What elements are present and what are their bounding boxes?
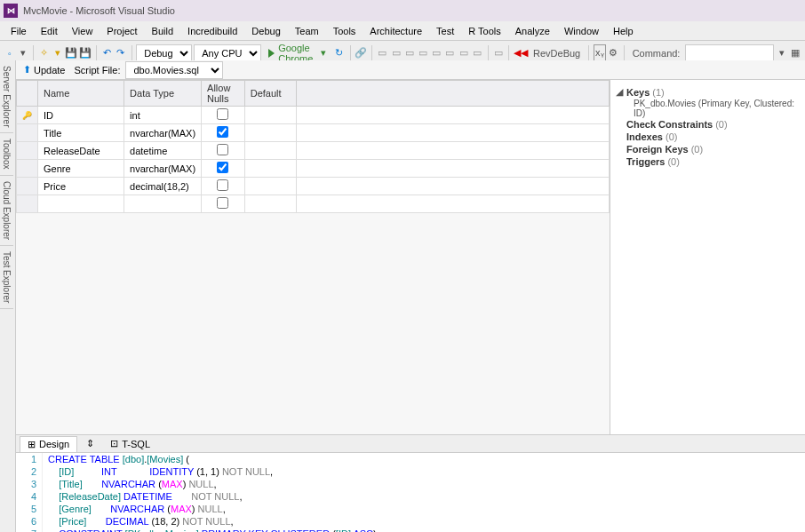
- toolbar-icon[interactable]: ▭: [458, 44, 469, 62]
- menu-window[interactable]: Window: [557, 23, 606, 39]
- open-file-icon[interactable]: ▾: [52, 44, 63, 62]
- menu-help[interactable]: Help: [606, 23, 641, 39]
- update-arrow-icon: ⬆: [23, 64, 31, 75]
- refresh-icon[interactable]: ↻: [333, 44, 345, 62]
- menu-team[interactable]: Team: [288, 23, 326, 39]
- script-toolbar: ⬆ Update Script File: dbo.Movies.sql: [16, 60, 805, 80]
- grid-header-row: Name Data Type Allow Nulls Default: [17, 81, 610, 86]
- xpath-icon[interactable]: xᵧ: [594, 44, 606, 62]
- menu-view[interactable]: View: [65, 23, 100, 39]
- col-header-default[interactable]: Default: [244, 81, 296, 86]
- scriptfile-select[interactable]: dbo.Movies.sql: [125, 61, 223, 79]
- toolbar-separator: [488, 45, 489, 61]
- menu-file[interactable]: File: [4, 23, 34, 39]
- undo-icon[interactable]: ↶: [101, 44, 113, 62]
- menu-debug[interactable]: Debug: [244, 23, 287, 39]
- toolbar-icon[interactable]: ▭: [471, 44, 482, 62]
- toolbar-separator: [624, 45, 625, 61]
- revdebug-icon[interactable]: ◀◀: [514, 44, 528, 62]
- chevron-down-icon: ▾: [321, 47, 326, 59]
- gear-icon[interactable]: ⚙: [608, 44, 619, 62]
- columns-grid-area: Name Data Type Allow Nulls Default 🔑IDin…: [16, 80, 610, 85]
- menu-analyze[interactable]: Analyze: [508, 23, 557, 39]
- start-debug-button[interactable]: Google Chrome ▾: [263, 44, 331, 62]
- forward-button[interactable]: ▾: [17, 44, 28, 62]
- row-header-blank: [17, 81, 38, 86]
- toolbar-icon[interactable]: ▭: [403, 44, 415, 62]
- toolbar-separator: [371, 45, 372, 61]
- toolbar-icon[interactable]: ▭: [431, 44, 442, 62]
- side-tab-server-explorer[interactable]: Server Explorer: [0, 60, 13, 85]
- properties-panel: ◢Keys(1) PK_dbo.Movies (Primary Key, Clu…: [610, 80, 805, 85]
- toolbar-separator: [350, 45, 351, 61]
- back-button[interactable]: ◦: [4, 44, 15, 62]
- redo-icon[interactable]: ↷: [115, 44, 126, 62]
- menu-bar: File Edit View Project Build Incredibuil…: [0, 21, 805, 41]
- play-icon: [268, 49, 275, 58]
- col-header-extra: [297, 81, 610, 86]
- toolbar-separator: [132, 45, 132, 61]
- revdebug-label: RevDeBug: [530, 48, 584, 59]
- menu-incredibuild[interactable]: Incredibuild: [180, 23, 244, 39]
- toolbar-icon[interactable]: ▭: [417, 44, 428, 62]
- design-area: Name Data Type Allow Nulls Default 🔑IDin…: [16, 80, 805, 85]
- platform-select[interactable]: Any CPU: [194, 44, 261, 62]
- command-input[interactable]: [685, 44, 774, 62]
- browser-link-icon[interactable]: 🔗: [355, 44, 367, 62]
- menu-rtools[interactable]: R Tools: [461, 23, 507, 39]
- toolbar-icon[interactable]: ▭: [492, 44, 504, 62]
- toolbar-icon[interactable]: ▦: [790, 44, 801, 62]
- command-label: Command:: [629, 48, 684, 59]
- col-header-type[interactable]: Data Type: [124, 81, 202, 86]
- col-header-name[interactable]: Name: [38, 81, 124, 86]
- toolbar-icon[interactable]: ▭: [390, 44, 402, 62]
- save-icon[interactable]: 💾: [65, 44, 77, 62]
- menu-project[interactable]: Project: [100, 23, 144, 39]
- save-all-icon[interactable]: 💾: [79, 44, 92, 62]
- main-area: ⬆ Update Script File: dbo.Movies.sql Nam…: [16, 60, 805, 85]
- update-label: Update: [34, 65, 65, 75]
- menu-architecture[interactable]: Architecture: [363, 23, 429, 39]
- update-button[interactable]: ⬆ Update: [20, 63, 68, 76]
- run-command-icon[interactable]: ▾: [776, 44, 787, 62]
- title-bar: ⋈ MvcMovie - Microsoft Visual Studio: [0, 0, 805, 21]
- toolbar-icon[interactable]: ▭: [377, 44, 388, 62]
- toolbar-separator: [96, 45, 97, 61]
- toolbar-separator: [588, 45, 589, 61]
- vs-logo-icon: ⋈: [4, 4, 18, 18]
- config-select[interactable]: Debug: [136, 44, 192, 62]
- scriptfile-label: Script File:: [74, 65, 120, 75]
- menu-test[interactable]: Test: [429, 23, 461, 39]
- new-project-icon[interactable]: ✧: [38, 44, 50, 62]
- menu-edit[interactable]: Edit: [34, 23, 65, 39]
- toolbar-icon[interactable]: ▭: [444, 44, 456, 62]
- window-title: MvcMovie - Microsoft Visual Studio: [23, 5, 175, 16]
- menu-tools[interactable]: Tools: [326, 23, 363, 39]
- side-tab-well: Server Explorer Toolbox Cloud Explorer T…: [0, 60, 16, 85]
- columns-grid[interactable]: Name Data Type Allow Nulls Default 🔑IDin…: [16, 80, 610, 85]
- toolbar-separator: [508, 45, 509, 61]
- menu-build[interactable]: Build: [145, 23, 180, 39]
- col-header-nulls[interactable]: Allow Nulls: [202, 81, 245, 86]
- toolbar-separator: [33, 45, 34, 61]
